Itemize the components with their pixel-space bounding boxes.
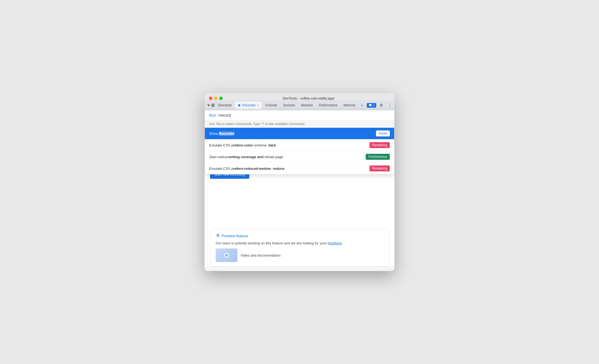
content-area: + No recordings Send feedback Measure pe…	[205, 110, 394, 267]
run-label: Run	[209, 113, 216, 117]
command-item-show-recorder[interactable]: Show Recorder Panel	[205, 128, 394, 139]
preview-description: Our team is actively working on this fea…	[216, 241, 383, 245]
more-tabs-icon: »	[361, 103, 363, 107]
cursor-icon[interactable]	[207, 101, 211, 109]
video-thumbnail	[216, 248, 237, 262]
command-palette: Run Use Tab to switch commands. Type '?'…	[205, 110, 394, 174]
tabbar-right: 💬 1 ⚙ ⋮	[367, 101, 394, 109]
recorder-icon: ⏺	[238, 103, 241, 107]
command-input-row: Run	[205, 110, 394, 120]
tab-elements[interactable]: Elements	[215, 101, 234, 109]
inspect-icon[interactable]	[211, 101, 215, 109]
preview-video-row: Video and documentation	[216, 248, 383, 262]
command-item-instrument-coverage[interactable]: Start instrumenting coverage and reload …	[205, 151, 394, 163]
preview-header: ⚗ Preview feature	[216, 233, 383, 238]
command-hint: Use Tab to switch commands. Type '?' to …	[205, 120, 394, 128]
command-item-instrument-text: Start instrumenting coverage and reload …	[209, 155, 283, 159]
tab-recorder-label: Recorder	[242, 103, 256, 107]
svg-rect-1	[213, 104, 214, 105]
preview-title: Preview feature	[222, 234, 248, 238]
command-item-show-recorder-badge: Panel	[376, 130, 390, 136]
preview-feature-box: ⚗ Preview feature Our team is actively w…	[210, 229, 389, 267]
minimize-button[interactable]	[214, 97, 218, 100]
tabbar: Elements ⏺ Recorder ✕ Console Sources Ne…	[205, 100, 394, 110]
traffic-lights	[209, 97, 223, 100]
command-item-emulate-dark[interactable]: Emulate CSS prefers-color-scheme: dark R…	[205, 139, 394, 151]
preview-icon: ⚗	[216, 233, 219, 238]
feedback-link[interactable]: feedback	[328, 241, 342, 245]
command-item-emulate-dark-text: Emulate CSS prefers-color-scheme: dark	[209, 143, 276, 147]
feedback-count: 1	[373, 104, 375, 107]
svg-rect-0	[212, 104, 213, 105]
tab-console-label: Console	[265, 103, 277, 107]
video-label: Video and documentation	[241, 253, 281, 257]
tab-network-label: Network	[301, 103, 313, 107]
titlebar: DevTools - coffee-cart.netlify.app/	[205, 93, 394, 100]
feedback-button[interactable]: 💬 1	[367, 103, 376, 108]
command-item-emulate-reduced-badge: Rendering	[369, 165, 390, 171]
command-item-show-recorder-text: Show Recorder	[209, 132, 234, 136]
close-button[interactable]	[209, 97, 212, 100]
tab-sources[interactable]: Sources	[280, 101, 298, 109]
devtools-window: DevTools - coffee-cart.netlify.app/ Elem…	[205, 93, 394, 271]
feedback-icon: 💬	[368, 104, 372, 107]
tab-sources-label: Sources	[283, 103, 295, 107]
tab-memory-label: Memory	[343, 103, 355, 107]
more-options-icon[interactable]: ⋮	[386, 101, 394, 109]
settings-icon[interactable]: ⚙	[377, 101, 385, 109]
command-item-emulate-dark-badge: Rendering	[369, 142, 390, 148]
tab-memory[interactable]: Memory	[341, 101, 358, 109]
tab-console[interactable]: Console	[262, 101, 280, 109]
svg-rect-3	[213, 106, 214, 107]
command-input[interactable]	[218, 113, 390, 117]
tab-elements-label: Elements	[218, 103, 232, 107]
tab-performance-label: Performance	[319, 103, 337, 107]
tab-network[interactable]: Network	[298, 101, 316, 109]
tab-more[interactable]: »	[359, 101, 366, 109]
tab-recorder[interactable]: ⏺ Recorder ✕	[235, 101, 262, 109]
command-item-instrument-badge: Performance	[366, 154, 390, 160]
maximize-button[interactable]	[219, 97, 223, 100]
svg-rect-2	[212, 106, 213, 107]
window-title: DevTools - coffee-cart.netlify.app/	[227, 96, 390, 100]
command-item-emulate-reduced-text: Emulate CSS prefers-reduced-motion: redu…	[209, 167, 284, 171]
command-item-emulate-reduced[interactable]: Emulate CSS prefers-reduced-motion: redu…	[205, 163, 394, 174]
tab-performance[interactable]: Performance	[316, 101, 340, 109]
tab-close-icon[interactable]: ✕	[257, 104, 259, 107]
command-items: Show Recorder Panel Emulate CSS prefers-…	[205, 128, 394, 174]
